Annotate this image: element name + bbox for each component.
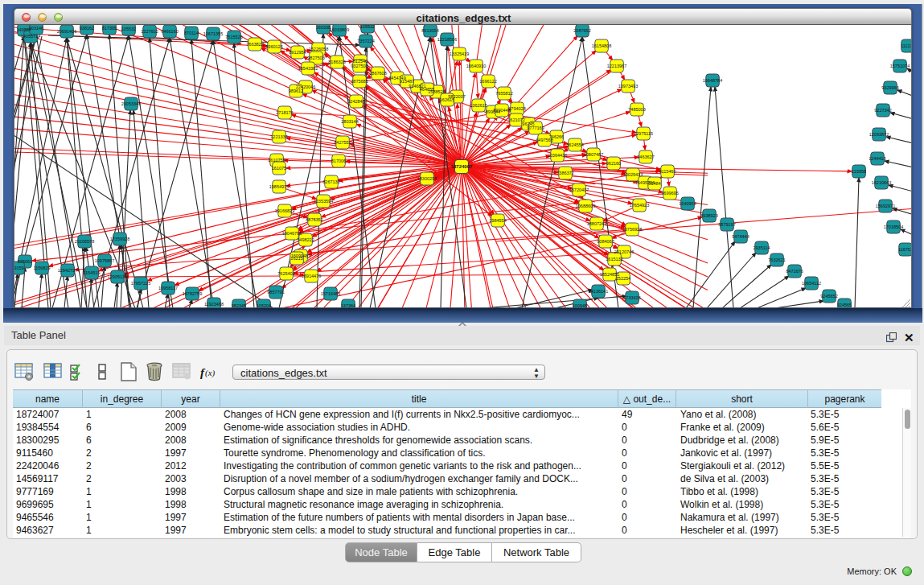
svg-text:7663822: 7663822 xyxy=(246,42,263,47)
svg-text:12353594: 12353594 xyxy=(314,199,333,204)
svg-text:17018504: 17018504 xyxy=(884,225,903,229)
svg-text:14055714: 14055714 xyxy=(21,34,40,39)
svg-text:7515526: 7515526 xyxy=(225,35,242,39)
svg-text:16154808: 16154808 xyxy=(592,43,611,48)
svg-text:203146: 203146 xyxy=(29,26,43,31)
svg-text:938162: 938162 xyxy=(80,26,94,31)
svg-text:81484: 81484 xyxy=(648,181,660,186)
svg-text:16782759: 16782759 xyxy=(183,291,202,296)
svg-text:1733426: 1733426 xyxy=(623,295,640,300)
svg-text:39159: 39159 xyxy=(14,266,24,270)
svg-text:1640954: 1640954 xyxy=(679,201,696,206)
svg-text:105204: 105204 xyxy=(257,303,271,308)
svg-text:7386372: 7386372 xyxy=(556,171,573,175)
svg-text:6466160: 6466160 xyxy=(161,29,178,34)
svg-text:10688609: 10688609 xyxy=(576,204,595,208)
svg-text:18300295: 18300295 xyxy=(417,176,437,181)
svg-text:100945: 100945 xyxy=(573,303,587,308)
svg-text:13325419: 13325419 xyxy=(450,51,469,56)
svg-text:9327508: 9327508 xyxy=(351,64,368,68)
svg-text:20120746: 20120746 xyxy=(614,249,634,254)
svg-text:15692971: 15692971 xyxy=(876,204,895,208)
svg-text:1362615: 1362615 xyxy=(470,103,487,108)
svg-text:9857791: 9857791 xyxy=(267,290,284,295)
svg-text:10671355: 10671355 xyxy=(203,31,223,36)
svg-text:2867608: 2867608 xyxy=(369,71,386,76)
svg-text:9245652: 9245652 xyxy=(820,294,837,299)
svg-text:8990448: 8990448 xyxy=(493,108,510,113)
svg-text:989612: 989612 xyxy=(289,89,303,93)
svg-text:8613054: 8613054 xyxy=(421,28,438,33)
svg-text:14136141: 14136141 xyxy=(589,289,608,294)
svg-text:15716485: 15716485 xyxy=(321,291,340,296)
svg-text:9329966: 9329966 xyxy=(881,85,898,90)
svg-text:464855: 464855 xyxy=(420,87,434,92)
svg-text:19166829: 19166829 xyxy=(275,208,294,213)
svg-text:1221336: 1221336 xyxy=(270,134,287,139)
svg-text:8960125: 8960125 xyxy=(265,44,282,49)
svg-text:10654112: 10654112 xyxy=(802,281,821,286)
svg-text:20691406: 20691406 xyxy=(57,29,76,34)
svg-text:962160: 962160 xyxy=(606,161,621,166)
svg-text:252254: 252254 xyxy=(616,276,630,281)
svg-text:15720407: 15720407 xyxy=(569,187,589,192)
svg-text:835061: 835061 xyxy=(18,259,32,264)
svg-text:6794028: 6794028 xyxy=(508,106,525,111)
svg-text:1156829: 1156829 xyxy=(33,266,50,270)
svg-text:8471676: 8471676 xyxy=(786,269,803,274)
svg-text:8878352: 8878352 xyxy=(306,217,322,222)
svg-text:9463627: 9463627 xyxy=(637,154,654,159)
svg-text:161075: 161075 xyxy=(272,166,286,171)
svg-text:20206578: 20206578 xyxy=(75,239,94,244)
svg-text:9474444: 9474444 xyxy=(732,234,749,239)
svg-text:12942737: 12942737 xyxy=(58,268,77,273)
svg-text:20053346: 20053346 xyxy=(121,101,141,106)
svg-text:1615132: 1615132 xyxy=(606,257,622,262)
svg-text:19046796: 19046796 xyxy=(282,231,302,236)
svg-text:137364: 137364 xyxy=(341,303,355,308)
svg-text:817305: 817305 xyxy=(102,26,117,31)
svg-text:17359928: 17359928 xyxy=(110,237,129,241)
svg-text:1610755: 1610755 xyxy=(268,158,285,163)
svg-text:15226058: 15226058 xyxy=(309,47,328,51)
svg-text:105532: 105532 xyxy=(121,27,136,31)
svg-text:3624554: 3624554 xyxy=(566,142,583,147)
svg-text:17654923: 17654923 xyxy=(630,203,649,208)
svg-text:7625402: 7625402 xyxy=(277,271,294,276)
svg-text:12905135: 12905135 xyxy=(108,274,127,279)
svg-text:6879197: 6879197 xyxy=(718,222,735,227)
svg-text:18807249: 18807249 xyxy=(587,221,606,226)
svg-text:10756928: 10756928 xyxy=(622,227,642,232)
svg-text:116753: 116753 xyxy=(898,247,911,252)
svg-text:1696122: 1696122 xyxy=(479,79,496,84)
svg-text:12093872: 12093872 xyxy=(869,132,889,137)
svg-text:16215: 16215 xyxy=(290,256,302,261)
svg-text:1244415: 1244415 xyxy=(869,156,885,161)
svg-text:3875685: 3875685 xyxy=(351,79,368,84)
svg-text:8427552: 8427552 xyxy=(334,140,351,145)
svg-text:(x): (x) xyxy=(205,368,216,378)
svg-text:982345: 982345 xyxy=(232,303,246,308)
svg-text:10973493: 10973493 xyxy=(618,84,638,89)
svg-text:15751074: 15751074 xyxy=(890,64,910,68)
svg-text:12975115: 12975115 xyxy=(634,131,653,136)
svg-text:924565: 924565 xyxy=(837,303,852,307)
svg-text:2087652: 2087652 xyxy=(573,28,590,33)
svg-text:19854975: 19854975 xyxy=(269,184,289,189)
svg-text:915487: 915487 xyxy=(400,79,414,84)
svg-text:10025433: 10025433 xyxy=(623,172,643,177)
svg-text:9699695: 9699695 xyxy=(661,191,678,196)
svg-text:16640910: 16640910 xyxy=(466,64,486,68)
svg-text:7485003: 7485003 xyxy=(628,107,645,112)
svg-text:8186328: 8186328 xyxy=(328,60,345,64)
svg-text:2935114: 2935114 xyxy=(753,245,770,250)
svg-text:7357224: 7357224 xyxy=(357,39,374,43)
svg-text:8912954: 8912954 xyxy=(289,50,306,55)
svg-text:2803144: 2803144 xyxy=(341,119,358,124)
svg-text:9827503: 9827503 xyxy=(307,56,324,60)
svg-text:9227342: 9227342 xyxy=(874,108,891,113)
svg-text:7632621: 7632621 xyxy=(768,257,785,262)
svg-text:3498222: 3498222 xyxy=(297,237,314,242)
svg-text:11923468: 11923468 xyxy=(204,302,224,307)
svg-text:16210643: 16210643 xyxy=(872,180,891,185)
